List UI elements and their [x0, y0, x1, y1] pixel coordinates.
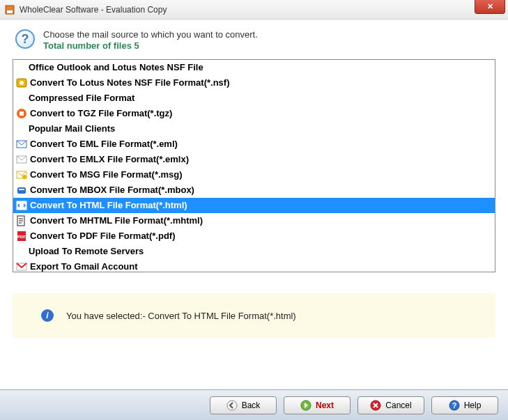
tgz-icon	[16, 108, 27, 119]
list-item-label: Convert To MHTML File Format(*.mhtml)	[30, 215, 203, 226]
svg-rect-10	[17, 187, 26, 194]
titlebar: WholeClear Software - Evaluation Copy ✕	[0, 0, 508, 20]
gmail-icon	[16, 261, 27, 272]
close-button[interactable]: ✕	[475, 0, 505, 14]
list-item[interactable]: Convert To MSG File Format(*.msg)	[13, 167, 495, 182]
svg-rect-11	[19, 189, 24, 190]
header-text: Choose the mail source to which you want…	[43, 29, 258, 51]
footer-bar: Back Next Cancel ? Help	[0, 389, 508, 420]
list-item-label: Convert To EML File Format(*.eml)	[30, 139, 178, 149]
list-item-label: Export To Gmail Account	[30, 261, 138, 272]
cancel-label: Cancel	[385, 400, 411, 410]
help-label: Help	[464, 400, 482, 410]
back-label: Back	[242, 400, 261, 410]
help-circle-icon: ?	[449, 400, 460, 411]
list-item[interactable]: Export To Gmail Account	[13, 259, 495, 272]
app-icon	[4, 4, 15, 15]
list-item-label: Convert To HTML File Format(*.html)	[30, 200, 187, 210]
pdf-icon: PDF	[16, 231, 27, 242]
back-button[interactable]: Back	[210, 396, 277, 414]
list-section-header: Compressed File Format	[13, 91, 495, 106]
list-item-label: Convert To MBOX File Format(*.mbox)	[30, 185, 194, 195]
list-item[interactable]: Convert To EML File Format(*.eml)	[13, 137, 495, 152]
eml-icon	[16, 139, 27, 150]
status-text: You have selected:- Convert To HTML File…	[66, 311, 296, 321]
list-item[interactable]: PDFConvert To PDF File Format(*.pdf)	[13, 228, 495, 244]
emlx-icon	[16, 154, 27, 165]
svg-point-9	[22, 175, 26, 179]
svg-point-17	[227, 400, 237, 410]
list-item-label: Convert To MSG File Format(*.msg)	[30, 169, 183, 180]
list-item[interactable]: Convert To Lotus Notes NSF File Format(*…	[13, 75, 495, 91]
cancel-icon	[370, 400, 381, 411]
mbox-icon	[16, 185, 27, 196]
info-icon: i	[41, 309, 54, 322]
svg-rect-5	[20, 111, 24, 116]
msg-icon	[16, 169, 27, 180]
list-section-header: Upload To Remote Servers	[13, 244, 495, 259]
header-row: ? Choose the mail source to which you wa…	[13, 29, 495, 51]
nsf-icon	[16, 77, 27, 88]
list-item-label: Convert to TGZ File Format(*.tgz)	[30, 108, 172, 118]
svg-rect-1	[7, 10, 13, 13]
format-listbox[interactable]: Office Outlook and Lotus Notes NSF FileC…	[13, 59, 495, 272]
list-section-header: Office Outlook and Lotus Notes NSF File	[13, 60, 495, 75]
instruction-text: Choose the mail source to which you want…	[43, 29, 258, 40]
file-count-text: Total number of files 5	[43, 40, 258, 51]
list-item-label: Convert To EMLX File Format(*.emlx)	[30, 154, 189, 164]
status-panel: i You have selected:- Convert To HTML Fi…	[13, 293, 495, 338]
back-icon	[226, 400, 238, 411]
next-button[interactable]: Next	[284, 396, 351, 414]
list-item[interactable]: Convert To EMLX File Format(*.emlx)	[13, 152, 495, 167]
next-label: Next	[316, 400, 334, 410]
content-area: ? Choose the mail source to which you wa…	[0, 20, 508, 389]
svg-text:PDF: PDF	[17, 235, 26, 239]
list-item[interactable]: Convert To MHTML File Format(*.mhtml)	[13, 213, 495, 228]
list-item-label: Convert To PDF File Format(*.pdf)	[30, 231, 175, 241]
list-item[interactable]: Convert To MBOX File Format(*.mbox)	[13, 182, 495, 198]
list-section-header: Popular Mail Clients	[13, 121, 495, 137]
html-icon	[16, 200, 27, 211]
next-icon	[300, 400, 311, 411]
svg-text:?: ?	[452, 401, 456, 410]
help-icon: ?	[15, 29, 35, 49]
mhtml-icon	[16, 215, 27, 226]
list-item[interactable]: Convert To HTML File Format(*.html)	[13, 198, 495, 213]
svg-point-3	[20, 81, 24, 85]
window-title: WholeClear Software - Evaluation Copy	[20, 5, 167, 15]
help-button[interactable]: ? Help	[431, 396, 498, 414]
list-item[interactable]: Convert to TGZ File Format(*.tgz)	[13, 106, 495, 121]
list-item-label: Convert To Lotus Notes NSF File Format(*…	[30, 77, 230, 88]
cancel-button[interactable]: Cancel	[357, 396, 424, 414]
